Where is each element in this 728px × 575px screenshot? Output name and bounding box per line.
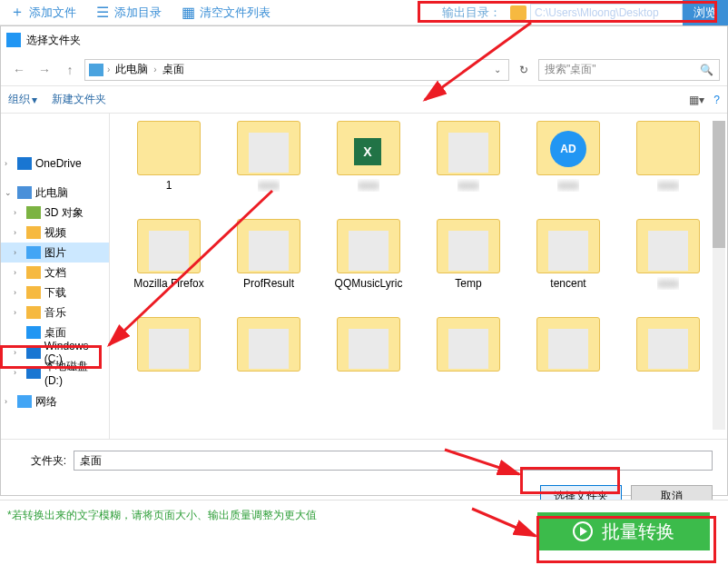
tree-item-3d[interactable]: ›3D 对象 [1, 203, 109, 223]
folder-item[interactable]: 1 [121, 121, 217, 212]
folder-item[interactable] [320, 317, 417, 408]
folder-item[interactable]: Temp [420, 219, 516, 310]
tree-item-network[interactable]: ›网络 [1, 392, 109, 411]
tree-item-thispc[interactable]: ⌄此电脑 [1, 183, 109, 203]
view-icon[interactable]: ▦▾ [689, 94, 704, 106]
folder-item[interactable] [520, 317, 616, 408]
folder-item[interactable]: xxxx [620, 219, 716, 310]
folder-item[interactable]: QQMusicLyric [320, 219, 417, 310]
folder-content: 1 xxxx xxxx xxxx xxxx xxxx Mozilla Firef… [110, 114, 727, 439]
folder-item[interactable]: xxxx [520, 121, 616, 212]
output-section: 输出目录： 浏览 [437, 0, 728, 25]
folder-item[interactable] [121, 317, 217, 408]
refresh-button[interactable]: ↻ [513, 59, 535, 81]
dropdown-icon[interactable]: ⌄ [490, 64, 505, 74]
chevron-icon: › [107, 64, 110, 74]
folder-item[interactable]: tencent [520, 219, 616, 310]
add-dir-label: 添加目录 [114, 5, 162, 21]
forward-button[interactable]: → [34, 59, 55, 81]
address-bar[interactable]: › 此电脑 › 桌面 ⌄ [84, 59, 509, 81]
browse-button[interactable]: 浏览 [683, 0, 728, 25]
folder-item[interactable]: xxxx [320, 121, 417, 212]
dialog-body: ›OneDrive ⌄此电脑 ›3D 对象 ›视频 ›图片 ›文档 ›下载 ›音… [1, 114, 727, 439]
add-dir-button[interactable]: ☰ 添加目录 [85, 0, 171, 25]
folder-item[interactable] [420, 317, 516, 408]
tree-item-music[interactable]: ›音乐 [1, 302, 109, 322]
folder-item[interactable]: Mozilla Firefox [121, 219, 217, 310]
app-toolbar: ＋ 添加文件 ☰ 添加目录 ▦ 清空文件列表 输出目录： 浏览 [0, 0, 728, 25]
clear-list-label: 清空文件列表 [200, 5, 271, 21]
toolbar-row: 组织 ▾ 新建文件夹 ▦▾ ? [1, 86, 727, 114]
folder-tree: ›OneDrive ⌄此电脑 ›3D 对象 ›视频 ›图片 ›文档 ›下载 ›音… [1, 114, 110, 439]
nav-row: ← → ↑ › 此电脑 › 桌面 ⌄ ↻ 搜索"桌面" 🔍 [1, 54, 727, 86]
folder-icon [510, 5, 526, 20]
folder-field-label: 文件夹: [15, 453, 66, 469]
tree-item-documents[interactable]: ›文档 [1, 263, 109, 283]
folder-picker-dialog: 选择文件夹 ← → ↑ › 此电脑 › 桌面 ⌄ ↻ 搜索"桌面" 🔍 组织 ▾… [0, 25, 728, 496]
organize-menu[interactable]: 组织 ▾ [8, 92, 37, 107]
chevron-down-icon: ▾ [32, 94, 37, 106]
breadcrumb-root[interactable]: 此电脑 [113, 62, 150, 77]
output-label: 输出目录： [437, 5, 507, 21]
app-footer: *若转换出来的文字模糊，请将页面大小、输出质量调整为更大值 批量转换 [0, 500, 728, 563]
new-folder-button[interactable]: 新建文件夹 [52, 92, 106, 107]
batch-label: 批量转换 [602, 520, 674, 544]
clear-list-button[interactable]: ▦ 清空文件列表 [171, 0, 280, 25]
tree-item-d-drive[interactable]: ›本地磁盘 (D:) [1, 362, 109, 382]
folder-item[interactable] [620, 317, 716, 408]
help-icon[interactable]: ? [713, 94, 720, 106]
folder-item[interactable]: xxxx [221, 121, 317, 212]
desktop-icon [89, 64, 103, 76]
dialog-title: 选择文件夹 [26, 33, 81, 48]
folder-item[interactable]: xxxx [420, 121, 516, 212]
dialog-icon [6, 33, 21, 47]
play-icon [573, 521, 593, 541]
folder-item[interactable]: ProfResult [221, 219, 317, 310]
folder-item[interactable] [221, 317, 317, 408]
search-input[interactable]: 搜索"桌面" 🔍 [538, 59, 720, 81]
add-file-label: 添加文件 [29, 5, 76, 21]
hint-text: *若转换出来的文字模糊，请将页面大小、输出质量调整为更大值 [7, 509, 317, 521]
scroll-thumb[interactable] [713, 121, 725, 248]
tree-item-video[interactable]: ›视频 [1, 223, 109, 243]
list-icon: ☰ [94, 5, 111, 21]
folder-item[interactable]: xxxx [620, 121, 716, 212]
output-path-input[interactable] [530, 4, 683, 22]
scrollbar[interactable] [713, 121, 725, 430]
tree-item-downloads[interactable]: ›下载 [1, 283, 109, 302]
clear-icon: ▦ [180, 5, 196, 21]
up-button[interactable]: ↑ [59, 59, 81, 81]
add-file-button[interactable]: ＋ 添加文件 [0, 0, 85, 25]
tree-item-onedrive[interactable]: ›OneDrive [1, 154, 109, 173]
dialog-titlebar: 选择文件夹 [1, 26, 727, 54]
back-button[interactable]: ← [8, 59, 30, 81]
search-placeholder: 搜索"桌面" [545, 62, 596, 77]
search-icon: 🔍 [700, 64, 713, 76]
chevron-icon: › [153, 64, 156, 74]
plus-icon: ＋ [9, 5, 25, 21]
folder-name-input[interactable] [74, 451, 713, 471]
batch-convert-button[interactable]: 批量转换 [537, 512, 710, 550]
breadcrumb-current[interactable]: 桌面 [161, 62, 186, 77]
tree-item-pictures[interactable]: ›图片 [1, 243, 109, 263]
